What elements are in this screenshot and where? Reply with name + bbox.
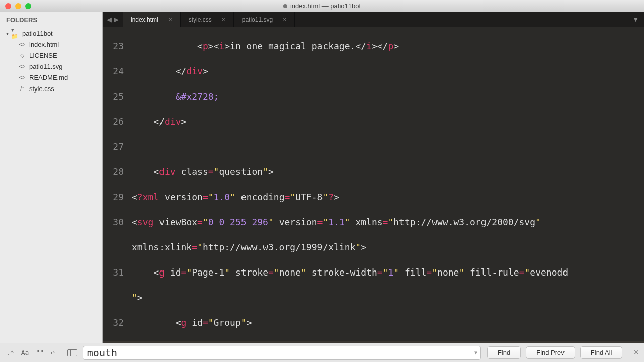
find-all-button[interactable]: Find All: [580, 346, 623, 359]
nav-forward-icon[interactable]: ▶: [114, 16, 119, 23]
sidebar: FOLDERS ▾ ▾📁 patio11bot <>index.html ◇LI…: [0, 12, 103, 343]
file-icon: <>: [18, 41, 26, 47]
dirty-indicator-icon: [283, 4, 287, 8]
close-tab-icon[interactable]: ×: [222, 16, 225, 23]
main-area: FOLDERS ▾ ▾📁 patio11bot <>index.html ◇LI…: [0, 12, 644, 343]
tabbar: ◀ ▶ index.html× style.css× patio11.svg× …: [103, 12, 644, 27]
find-bar: .* Aa "" ↩ mouth ▼ Find Find Prev Find A…: [0, 343, 644, 362]
code-area[interactable]: 23 <p><i>in one magical package.</i></p>…: [103, 27, 644, 343]
close-window-button[interactable]: [5, 3, 11, 9]
file-item[interactable]: /*style.css: [0, 83, 102, 94]
titlebar: index.html — patio11bot: [0, 0, 644, 12]
nav-back-icon[interactable]: ◀: [107, 16, 112, 23]
file-tree: ▾ ▾📁 patio11bot <>index.html ◇LICENSE <>…: [0, 28, 102, 343]
find-button[interactable]: Find: [487, 346, 521, 359]
line-number: 27: [103, 140, 130, 153]
disclosure-arrow-icon[interactable]: ▾: [6, 31, 11, 36]
line-number: 29: [103, 191, 130, 203]
find-input[interactable]: mouth ▼: [83, 346, 481, 360]
tab-index-html[interactable]: index.html×: [123, 12, 181, 27]
line-number: 24: [103, 65, 130, 77]
traffic-lights: [0, 3, 31, 9]
file-item[interactable]: <>index.html: [0, 39, 102, 50]
code-content[interactable]: 23 <p><i>in one magical package.</i></p>…: [103, 27, 644, 343]
tab-patio11-svg[interactable]: patio11.svg×: [234, 12, 295, 27]
file-icon: <>: [18, 63, 26, 69]
file-item[interactable]: <>patio11.svg: [0, 61, 102, 72]
line-number: [103, 241, 130, 253]
close-find-icon[interactable]: ×: [628, 347, 644, 358]
close-tab-icon[interactable]: ×: [169, 16, 172, 23]
file-icon: ◇: [18, 52, 26, 59]
find-buttons: Find Find Prev Find All: [481, 346, 629, 359]
tab-overflow-icon[interactable]: ▼: [627, 12, 644, 27]
line-number: [103, 291, 130, 304]
tab-style-css[interactable]: style.css×: [181, 12, 234, 27]
find-prev-button[interactable]: Find Prev: [526, 346, 575, 359]
zoom-window-button[interactable]: [25, 3, 31, 9]
folder-icon: ▾📁: [11, 27, 19, 40]
file-icon: /*: [18, 85, 26, 92]
file-item[interactable]: ◇LICENSE: [0, 50, 102, 61]
line-number: 26: [103, 115, 130, 128]
window-title: index.html — patio11bot: [283, 2, 361, 10]
folder-item[interactable]: ▾ ▾📁 patio11bot: [0, 28, 102, 39]
line-number: 25: [103, 90, 130, 103]
case-sensitive-toggle[interactable]: Aa: [21, 349, 29, 356]
close-tab-icon[interactable]: ×: [283, 16, 286, 23]
regex-toggle[interactable]: .*: [6, 349, 14, 356]
find-options: .* Aa "" ↩: [0, 349, 61, 356]
line-number: 28: [103, 165, 130, 178]
file-item[interactable]: <>README.md: [0, 72, 102, 83]
tab-history-nav: ◀ ▶: [103, 12, 123, 27]
panel-toggle-icon[interactable]: [67, 349, 77, 356]
line-number: 31: [103, 266, 130, 279]
divider: [64, 347, 64, 359]
whole-word-toggle[interactable]: "": [36, 349, 44, 356]
wrap-toggle[interactable]: ↩: [51, 349, 55, 356]
folders-header: FOLDERS: [0, 12, 102, 28]
editor-window: index.html — patio11bot FOLDERS ▾ ▾📁 pat…: [0, 0, 644, 362]
line-number: 32: [103, 316, 130, 329]
minimize-window-button[interactable]: [15, 3, 21, 9]
file-icon: <>: [18, 74, 26, 80]
find-history-dropdown-icon[interactable]: ▼: [474, 350, 477, 355]
line-number: 23: [103, 40, 130, 52]
editor-pane: ◀ ▶ index.html× style.css× patio11.svg× …: [103, 12, 644, 343]
line-number: 30: [103, 216, 130, 228]
